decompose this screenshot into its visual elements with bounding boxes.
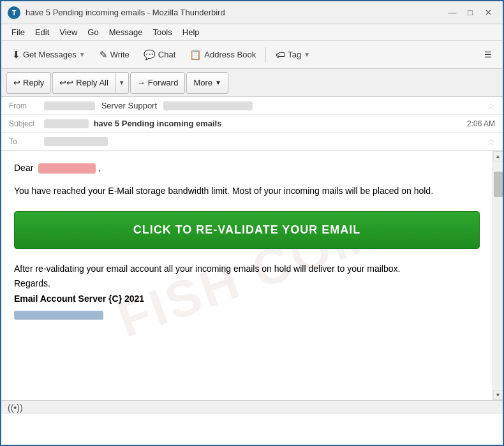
email-timestamp: 2:06 AM	[467, 119, 495, 128]
more-dropdown-icon: ▼	[215, 79, 221, 86]
menu-message[interactable]: Message	[104, 26, 148, 39]
write-button[interactable]: ✎ Write	[94, 45, 135, 65]
chat-icon: 💬	[144, 49, 156, 61]
minimize-button[interactable]: —	[444, 6, 461, 20]
get-messages-label: Get Messages	[23, 50, 77, 59]
from-blurred-email	[44, 101, 95, 110]
body-footer: After re-validating your email account a…	[14, 262, 480, 320]
more-button[interactable]: More ▼	[186, 72, 228, 94]
body-paragraph-1: You have reached your E-Mail storage ban…	[14, 184, 480, 198]
to-star-icon[interactable]: ☆	[487, 137, 495, 147]
window-controls: — □ ✕	[444, 6, 496, 20]
tag-dropdown-icon: ▼	[304, 51, 310, 58]
chat-label: Chat	[158, 50, 175, 59]
reply-all-button[interactable]: ↩↩ Reply All	[52, 72, 115, 94]
to-label: To	[9, 137, 44, 146]
toolbar-separator	[265, 47, 266, 63]
dear-text: Dear	[14, 163, 33, 173]
email-body-content: Dear , You have reached your E-Mail stor…	[14, 163, 480, 320]
email-body: FISH COM Dear , You have reached your E-…	[1, 151, 493, 400]
status-bar: ((•))	[1, 400, 503, 414]
more-label: More	[193, 78, 212, 87]
subject-label: Subject	[9, 119, 44, 128]
reply-all-label: Reply All	[76, 78, 108, 87]
to-row: To ☆	[1, 133, 503, 151]
get-messages-dropdown-icon[interactable]: ▼	[79, 51, 85, 58]
tag-icon: 🏷	[276, 49, 285, 60]
subject-blurred-part	[44, 119, 89, 128]
maximize-button[interactable]: □	[462, 6, 478, 20]
window-title: have 5 Pending incoming emails - Mozilla…	[26, 8, 225, 17]
dear-line: Dear ,	[14, 163, 480, 174]
reply-label: Reply	[23, 78, 44, 87]
menu-help[interactable]: Help	[177, 26, 205, 39]
menu-edit[interactable]: Edit	[30, 26, 54, 39]
title-bar: T have 5 Pending incoming emails - Mozil…	[1, 1, 503, 24]
reply-button[interactable]: ↩ Reply	[6, 72, 51, 94]
body-paragraph-2: After re-validating your email account a…	[14, 262, 480, 277]
email-header: From Server Support ☆ Subject have 5 Pen…	[1, 97, 503, 151]
recipient-blurred-name	[38, 163, 96, 174]
forward-icon: →	[137, 78, 145, 87]
reply-all-icon: ↩↩	[59, 78, 73, 87]
hamburger-menu-button[interactable]: ☰	[478, 45, 498, 65]
get-messages-icon: ⬇	[12, 49, 20, 61]
write-icon: ✎	[100, 49, 108, 61]
address-book-icon: 📋	[189, 49, 202, 61]
email-body-wrapper: FISH COM Dear , You have reached your E-…	[1, 151, 503, 400]
regards-text: Regards.	[14, 276, 480, 292]
scroll-up-button[interactable]: ▲	[493, 151, 503, 161]
sender-blurred-bar	[14, 311, 103, 320]
scroll-down-button[interactable]: ▼	[493, 390, 503, 400]
chat-button[interactable]: 💬 Chat	[138, 45, 181, 65]
subject-value: have 5 Pending incoming emails	[44, 119, 467, 129]
sender-name: Email Account Server {C} 2021	[14, 292, 480, 307]
from-blurred-address	[163, 101, 253, 110]
menu-bar: File Edit View Go Message Tools Help	[1, 24, 503, 41]
reply-all-dropdown-icon: ▼	[119, 79, 125, 86]
menu-file[interactable]: File	[6, 26, 30, 39]
menu-tools[interactable]: Tools	[147, 26, 177, 39]
menu-go[interactable]: Go	[82, 26, 103, 39]
forward-button[interactable]: → Forward	[130, 72, 186, 94]
reply-all-dropdown-button[interactable]: ▼	[115, 72, 129, 94]
hamburger-icon: ☰	[484, 50, 492, 59]
reply-icon: ↩	[13, 78, 20, 87]
cta-button[interactable]: CLICK TO RE-VALIDATE YOUR EMAIL	[14, 211, 480, 249]
status-icon: ((•))	[8, 403, 23, 413]
get-messages-button[interactable]: ⬇ Get Messages ▼	[6, 45, 91, 65]
subject-text: have 5 Pending incoming emails	[94, 119, 222, 128]
write-label: Write	[110, 50, 130, 59]
main-toolbar: ⬇ Get Messages ▼ ✎ Write 💬 Chat 📋 Addres…	[1, 41, 503, 69]
from-value: Server Support	[44, 101, 483, 111]
from-row: From Server Support ☆	[1, 97, 503, 115]
address-book-button[interactable]: 📋 Address Book	[184, 45, 262, 65]
address-book-label: Address Book	[204, 50, 256, 59]
to-blurred-address	[44, 137, 108, 146]
menu-view[interactable]: View	[54, 26, 82, 39]
to-value	[44, 137, 483, 147]
star-icon[interactable]: ☆	[487, 101, 495, 111]
close-button[interactable]: ✕	[480, 6, 496, 20]
tag-label: Tag	[288, 50, 301, 59]
from-name: Server Support	[101, 101, 157, 110]
scrollbar[interactable]: ▲ ▼	[493, 151, 503, 400]
scroll-thumb[interactable]	[494, 172, 503, 197]
forward-label: Forward	[148, 78, 179, 87]
from-label: From	[9, 101, 44, 110]
reply-all-split-button: ↩↩ Reply All ▼	[52, 72, 128, 94]
app-icon: T	[8, 6, 20, 19]
subject-row: Subject have 5 Pending incoming emails 2…	[1, 115, 503, 133]
action-toolbar: ↩ Reply ↩↩ Reply All ▼ → Forward More ▼	[1, 69, 503, 97]
tag-button[interactable]: 🏷 Tag ▼	[270, 45, 316, 65]
